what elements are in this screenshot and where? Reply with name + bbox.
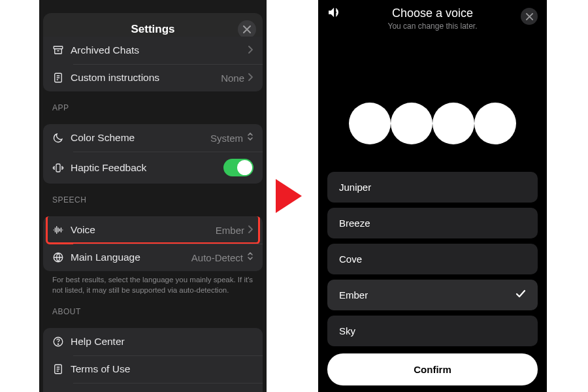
close-icon[interactable] xyxy=(238,20,256,39)
row-label: Help Center xyxy=(71,336,253,348)
row-custom-instructions[interactable]: Custom instructions None xyxy=(43,64,263,91)
close-icon[interactable] xyxy=(521,8,538,25)
circle-icon xyxy=(349,103,391,144)
voice-picker-phone: Choose a voice You can change this later… xyxy=(318,0,547,392)
row-label: Voice xyxy=(71,224,216,236)
svg-rect-2 xyxy=(56,164,60,172)
section-label-about: ABOUT xyxy=(43,295,263,320)
section-label-speech: SPEECH xyxy=(43,184,263,208)
circle-icon xyxy=(433,103,474,144)
updown-icon xyxy=(247,132,253,144)
settings-phone: Settings Archived Chats xyxy=(39,0,267,392)
row-voice[interactable]: Voice Ember xyxy=(43,216,263,244)
svg-rect-0 xyxy=(54,46,63,49)
speaker-icon[interactable] xyxy=(327,7,342,21)
row-value: None xyxy=(221,73,244,84)
voice-option-juniper[interactable]: Juniper xyxy=(327,172,538,203)
chevron-right-icon xyxy=(248,44,253,56)
voice-option-label: Sky xyxy=(339,325,355,336)
row-archived-chats[interactable]: Archived Chats xyxy=(43,37,263,64)
row-value: System xyxy=(210,133,243,144)
voice-option-label: Cove xyxy=(339,253,362,265)
voice-title: Choose a voice xyxy=(318,0,547,20)
row-label: Archived Chats xyxy=(71,44,248,56)
settings-title: Settings xyxy=(131,23,174,36)
help-icon xyxy=(52,336,71,348)
voice-option-label: Ember xyxy=(339,289,368,301)
chevron-right-icon xyxy=(248,224,253,236)
confirm-button[interactable]: Confirm xyxy=(327,353,538,385)
circle-icon xyxy=(391,103,433,144)
check-icon xyxy=(515,289,526,301)
updown-icon xyxy=(247,252,253,263)
row-value: Auto-Detect xyxy=(191,252,243,263)
row-value: Ember xyxy=(216,225,244,236)
voice-option-breeze[interactable]: Breeze xyxy=(327,208,538,238)
circle-icon xyxy=(474,103,516,144)
row-label: Custom instructions xyxy=(71,72,221,84)
confirm-label: Confirm xyxy=(414,364,451,375)
row-terms-of-use[interactable]: Terms of Use xyxy=(43,355,263,383)
globe-icon xyxy=(52,252,71,263)
row-color-scheme[interactable]: Color Scheme System xyxy=(43,124,263,152)
row-privacy-policy[interactable]: Privacy Policy xyxy=(43,383,263,392)
section-label-app: APP xyxy=(43,91,263,116)
voice-option-cove[interactable]: Cove xyxy=(327,244,538,274)
row-main-language[interactable]: Main Language Auto-Detect xyxy=(43,244,263,271)
speech-footnote: For best results, select the language yo… xyxy=(43,271,263,295)
vibration-icon xyxy=(52,162,71,174)
instructions-icon xyxy=(52,72,71,84)
voice-subtitle: You can change this later. xyxy=(318,22,547,31)
moon-icon xyxy=(52,132,71,144)
row-label: Color Scheme xyxy=(71,132,210,144)
voice-visualizer xyxy=(318,103,547,144)
row-label: Main Language xyxy=(71,252,191,263)
voice-option-sky[interactable]: Sky xyxy=(327,316,538,346)
row-help-center[interactable]: Help Center xyxy=(43,328,263,355)
voice-option-label: Juniper xyxy=(339,182,371,193)
voice-option-ember[interactable]: Ember xyxy=(327,280,538,310)
svg-point-5 xyxy=(57,344,58,344)
haptic-toggle[interactable] xyxy=(223,159,253,176)
voice-option-label: Breeze xyxy=(339,218,370,229)
row-haptic-feedback[interactable]: Haptic Feedback xyxy=(43,152,263,184)
archive-icon xyxy=(52,44,71,56)
arrow-right-icon xyxy=(276,179,302,213)
document-icon xyxy=(52,363,71,375)
row-label: Terms of Use xyxy=(71,363,253,375)
chevron-right-icon xyxy=(248,72,253,84)
waveform-icon xyxy=(52,224,71,236)
row-label: Haptic Feedback xyxy=(71,162,223,174)
